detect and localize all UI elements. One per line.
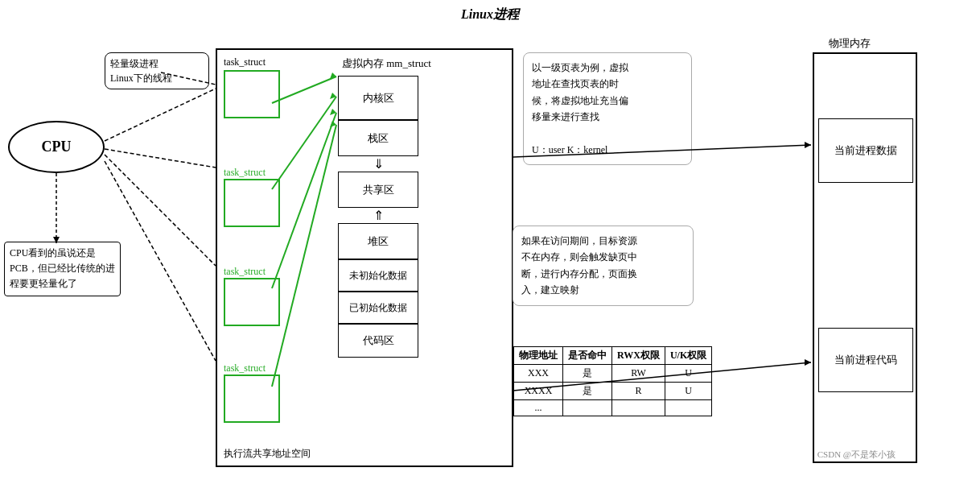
col-header-hit: 是否命中 <box>563 347 612 365</box>
task-struct-2: task_struct <box>224 266 280 326</box>
cell-addr-2: XXXX <box>514 383 563 400</box>
cpu-label: CPU <box>42 139 72 155</box>
process-box: task_struct 虚拟内存 mm_struct 内核区 栈区 ⇓ 共享区 … <box>216 48 513 467</box>
callout-top: 轻量级进程 Linux下的线程 <box>105 52 209 89</box>
svg-line-3 <box>105 155 216 266</box>
cell-uk-2: U <box>665 383 711 400</box>
task-struct-2-box <box>224 278 280 326</box>
arrow-up: ⇑ <box>338 208 418 223</box>
callout-top-line2: Linux下的线程 <box>110 71 204 85</box>
page-title: Linux进程 <box>0 6 980 23</box>
diagram-container: CPU 轻量级进程 Linux下的线程 CPU看到的虽说还是PCB，但已经比传统… <box>0 24 980 475</box>
svg-marker-18 <box>805 359 811 366</box>
info-box-pagefault: 如果在访问期间，目标资源 不在内存，则会触发缺页中 断，进行内存分配，页面换 入… <box>513 226 694 306</box>
task-struct-3-box <box>224 374 280 423</box>
mem-section-stack: 栈区 <box>338 120 418 156</box>
task-struct-main-box <box>224 70 280 118</box>
task-struct-3: task_struct <box>224 362 280 423</box>
svg-line-2 <box>105 149 216 168</box>
svg-marker-16 <box>805 142 811 148</box>
cell-addr-1: XXX <box>514 365 563 383</box>
col-header-addr: 物理地址 <box>514 347 563 365</box>
mem-table: 物理地址 是否命中 RWX权限 U/K权限 XXX 是 RW U XXXX 是 … <box>513 346 712 416</box>
vmem-label: 虚拟内存 mm_struct <box>342 56 431 71</box>
callout-bottom-text: CPU看到的虽说还是PCB，但已经比传统的进程要更轻量化了 <box>10 247 115 289</box>
phys-data-section: 当前进程数据 <box>818 118 913 183</box>
mem-section-init: 已初始化数据 <box>338 292 418 324</box>
col-header-rwx: RWX权限 <box>612 347 665 365</box>
task-struct-1-label: task_struct <box>224 167 280 179</box>
task-struct-1-box <box>224 179 280 227</box>
task-struct-2-label: task_struct <box>224 266 280 278</box>
cell-hit-2: 是 <box>563 383 612 400</box>
info-box-pagetable: 以一级页表为例，虚拟 地址在查找页表的时 候，将虚拟地址充当偏 移量来进行查找 … <box>523 52 692 165</box>
mem-section-kernel: 内核区 <box>338 76 418 120</box>
phys-mem-box: 当前进程数据 当前进程代码 <box>813 52 917 463</box>
svg-line-1 <box>105 89 216 141</box>
cell-uk-3 <box>665 400 711 416</box>
callout-top-line1: 轻量级进程 <box>110 56 204 71</box>
table-row: XXX 是 RW U <box>514 365 712 383</box>
task-struct-1: task_struct <box>224 167 280 227</box>
task-struct-3-label: task_struct <box>224 362 280 374</box>
mem-section-uninit: 未初始化数据 <box>338 259 418 292</box>
svg-line-4 <box>105 161 216 361</box>
cell-rwx-2: R <box>612 383 665 400</box>
callout-bottom: CPU看到的虽说还是PCB，但已经比传统的进程要更轻量化了 <box>4 242 121 296</box>
info-box-pagefault-text: 如果在访问期间，目标资源 不在内存，则会触发缺页中 断，进行内存分配，页面换 入… <box>521 233 685 299</box>
cell-rwx-3 <box>612 400 665 416</box>
task-struct-main-label: task_struct <box>224 56 280 118</box>
mem-section-heap: 堆区 <box>338 223 418 259</box>
table-row: XXXX 是 R U <box>514 383 712 400</box>
cell-hit-1: 是 <box>563 365 612 383</box>
cpu-ellipse: CPU <box>8 121 105 173</box>
shared-addr-label: 执行流共享地址空间 <box>224 447 311 461</box>
phys-code-section: 当前进程代码 <box>818 328 913 392</box>
cell-rwx-1: RW <box>612 365 665 383</box>
cell-uk-1: U <box>665 365 711 383</box>
cell-addr-3: ... <box>514 400 563 416</box>
watermark: CSDN @不是笨小孩 <box>817 449 896 461</box>
phys-mem-label: 物理内存 <box>829 36 871 51</box>
col-header-uk: U/K权限 <box>665 347 711 365</box>
mem-section-code: 代码区 <box>338 324 418 358</box>
cell-hit-3 <box>563 400 612 416</box>
info-box-pagetable-text: 以一级页表为例，虚拟 地址在查找页表的时 候，将虚拟地址充当偏 移量来进行查找 … <box>532 60 683 158</box>
vmem-column: 内核区 栈区 ⇓ 共享区 ⇑ 堆区 未初始化数据 已初始化数据 代码区 <box>338 76 418 358</box>
arrow-down: ⇓ <box>338 156 418 172</box>
mem-section-shared: 共享区 <box>338 172 418 208</box>
task-struct-main-text: task_struct <box>224 56 280 68</box>
table-row: ... <box>514 400 712 416</box>
